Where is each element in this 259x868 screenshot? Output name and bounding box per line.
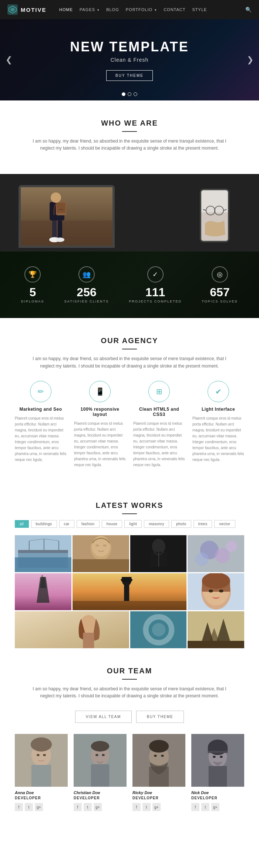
google-icon-4[interactable]: g+ <box>211 803 219 811</box>
work-item-1[interactable] <box>15 535 71 572</box>
team-name-nick: Nick Doe <box>191 790 244 795</box>
device-showcase <box>0 174 259 252</box>
svg-point-33 <box>95 544 99 547</box>
work-item-9[interactable] <box>130 611 187 648</box>
svg-point-34 <box>103 544 107 547</box>
works-filters: all buildings car fashion house light ma… <box>15 520 244 528</box>
nav-portfolio[interactable]: PORTFOLIO ▾ <box>126 7 157 12</box>
filter-all[interactable]: all <box>15 520 29 528</box>
nav-contact[interactable]: CONTACT <box>164 7 185 12</box>
filter-vector[interactable]: vector <box>214 520 235 528</box>
svg-rect-75 <box>31 765 51 787</box>
facebook-icon-3[interactable]: f <box>132 803 141 811</box>
twitter-icon[interactable]: t <box>25 803 33 811</box>
google-icon-3[interactable]: g+ <box>152 803 161 811</box>
nav-style[interactable]: STYLE <box>192 7 207 12</box>
work-item-6[interactable] <box>73 573 187 610</box>
svg-point-84 <box>102 754 105 756</box>
facebook-icon[interactable]: f <box>15 803 23 811</box>
facebook-icon-2[interactable]: f <box>74 803 82 811</box>
service-html5-title: Clean HTML5 and CSS3 <box>133 407 185 417</box>
work-item-2[interactable] <box>73 535 129 572</box>
phone-device <box>200 189 229 242</box>
laptop-screen <box>21 187 112 246</box>
stat-diplomas-number: 5 <box>21 286 44 298</box>
hero-dot-2[interactable] <box>128 92 131 96</box>
filter-car[interactable]: car <box>59 520 74 528</box>
team-card-anna: Anna Doe DEVELOPER f t g+ <box>15 734 68 811</box>
svg-rect-54 <box>73 601 187 610</box>
team-divider <box>122 679 137 680</box>
laptop-device <box>18 185 115 248</box>
filter-trees[interactable]: trees <box>194 520 212 528</box>
stat-clients-number: 256 <box>64 286 109 298</box>
team-socials-anna: f t g+ <box>15 803 68 811</box>
work-item-3[interactable] <box>130 535 187 572</box>
svg-point-89 <box>154 755 157 757</box>
team-socials-christian: f t g+ <box>74 803 127 811</box>
service-responsive-title: 100% responsive layout <box>74 407 126 417</box>
filter-light[interactable]: light <box>124 520 142 528</box>
stats-section: 🏆 5 DIPLOMAS 👥 256 SATISFIED CLIENTS ✓ 1… <box>0 252 259 318</box>
svg-point-97 <box>213 756 216 758</box>
svg-point-82 <box>91 741 110 752</box>
search-icon[interactable]: 🔍 <box>245 7 252 13</box>
facebook-icon-4[interactable]: f <box>191 803 199 811</box>
svg-point-60 <box>209 590 213 592</box>
work-item-7[interactable] <box>188 573 244 610</box>
svg-point-76 <box>31 738 52 752</box>
filter-buildings[interactable]: buildings <box>31 520 57 528</box>
agency-description: I am so happy, my dear friend, so absorb… <box>26 355 233 369</box>
svg-rect-35 <box>73 559 129 572</box>
google-icon-2[interactable]: g+ <box>94 803 102 811</box>
svg-point-32 <box>92 536 110 557</box>
google-icon[interactable]: g+ <box>35 803 43 811</box>
brand-logo[interactable]: MOTIVE <box>7 4 48 15</box>
who-divider <box>122 131 137 132</box>
hero-dot-1[interactable] <box>122 92 125 96</box>
team-photo-anna <box>15 734 68 787</box>
service-light-title: Light Interface <box>192 407 244 412</box>
svg-point-13 <box>51 192 61 203</box>
twitter-icon-2[interactable]: t <box>84 803 92 811</box>
team-buy-button[interactable]: BUY THEME <box>136 711 184 723</box>
check-icon: ✓ <box>147 266 164 283</box>
service-html5-text: Plaenrit conque eros id metus porta effi… <box>133 421 185 468</box>
team-socials-ricky: f t g+ <box>132 803 185 811</box>
team-description: I am so happy, my dear friend, so absorb… <box>26 686 233 700</box>
svg-rect-93 <box>209 766 227 787</box>
filter-photo[interactable]: photo <box>171 520 191 528</box>
svg-point-83 <box>95 754 98 756</box>
service-html5: ⊞ Clean HTML5 and CSS3 Plaenrit conque e… <box>133 381 185 468</box>
view-all-team-button[interactable]: VIEW ALL TEAM <box>75 711 132 723</box>
work-item-8[interactable] <box>15 611 129 648</box>
nav-pages[interactable]: PAGES ▾ <box>80 7 100 12</box>
team-card-christian: Christian Doe DEVELOPER f t g+ <box>74 734 127 811</box>
brand-name: MOTIVE <box>21 7 47 13</box>
hero-buy-button[interactable]: BUY THEME <box>106 70 153 81</box>
hero-section: ❮ NEW TEMPLATE Clean & Fresh BUY THEME ❯ <box>0 19 259 100</box>
filter-masonry[interactable]: masonry <box>144 520 169 528</box>
nav-home[interactable]: HOME <box>59 7 73 12</box>
hero-dot-3[interactable] <box>134 92 137 96</box>
mobile-icon: 📱 <box>89 381 111 402</box>
team-name-ricky: Ricky Doe <box>132 790 185 795</box>
work-item-5[interactable] <box>15 573 71 610</box>
work-item-10[interactable] <box>188 611 244 648</box>
twitter-icon-4[interactable]: t <box>201 803 209 811</box>
hero-next-arrow[interactable]: ❯ <box>247 55 253 65</box>
works-title: LATEST WORKS <box>15 501 244 510</box>
team-name-anna: Anna Doe <box>15 790 68 795</box>
filter-house[interactable]: house <box>102 520 122 528</box>
work-item-4[interactable] <box>188 535 244 572</box>
stat-diplomas: 🏆 5 DIPLOMAS <box>21 266 44 303</box>
twitter-icon-3[interactable]: t <box>142 803 151 811</box>
team-role-anna: DEVELOPER <box>15 796 68 800</box>
nav-blog[interactable]: BLOG <box>106 7 119 12</box>
svg-rect-96 <box>208 751 228 753</box>
stat-topics-number: 657 <box>202 286 238 298</box>
hero-prev-arrow[interactable]: ❮ <box>6 55 12 65</box>
filter-fashion[interactable]: fashion <box>77 520 100 528</box>
service-marketing: ✏ Marketing and Seo Plaenrit conque eros… <box>15 381 67 468</box>
team-role-ricky: DEVELOPER <box>132 796 185 800</box>
